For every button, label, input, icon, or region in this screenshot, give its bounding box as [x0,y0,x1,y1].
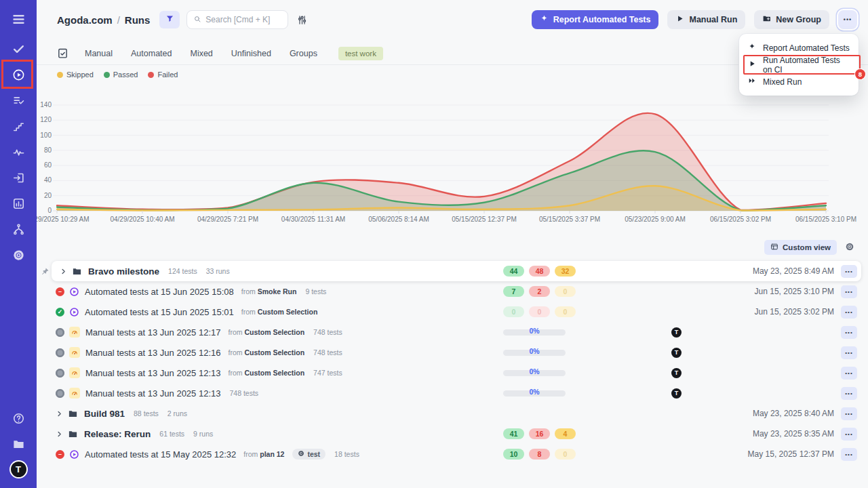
run-row[interactable]: –Automated tests at 15 May 2025 12:32fro… [39,444,861,464]
sidebar-item-projects[interactable] [9,434,28,453]
row-meta: 18 tests [334,450,359,458]
legend-dot [148,72,154,78]
row-date: May 23, 2025 8:35 AM [753,429,834,439]
sidebar-item-settings[interactable] [9,245,28,264]
chevron-right-icon[interactable] [56,410,63,418]
assignee-avatar[interactable]: T [671,368,682,378]
row-menu-button[interactable]: ••• [841,387,857,400]
run-row[interactable]: Manual tests at 13 Jun 2025 12:16from Cu… [39,342,861,363]
sidebar-item-branches[interactable] [9,220,28,239]
table-toolbar: Custom view [37,239,868,256]
report-automated-tests-button[interactable]: Report Automated Tests [532,10,659,29]
group-row[interactable]: Release: Rerun61 tests9 runs41164May 23,… [39,424,861,444]
row-menu-button[interactable]: ••• [841,448,857,461]
run-row[interactable]: Manual tests at 13 Jun 2025 12:17from Cu… [39,322,861,342]
menu-item-run-automated-tests-on-ci[interactable]: Run Automated Tests on CI8 [739,56,859,73]
group-row[interactable]: Build 98188 tests2 runsMay 23, 2025 8:40… [39,403,861,424]
sidebar-item-analytics[interactable] [9,194,28,213]
run-title[interactable]: Manual tests at 13 Jun 2025 12:16 [85,348,220,358]
sidebar-item-pulse[interactable] [9,142,28,161]
row-main: Bravo milestone124 tests33 runs [60,266,230,277]
tab-manual[interactable]: Manual [85,49,113,58]
row-menu-button[interactable]: ••• [841,265,857,278]
clipboard-check-icon[interactable] [57,47,68,59]
status-inprogress-icon [56,389,64,398]
row-menu-button[interactable]: ••• [841,346,857,359]
menu-item-label: Run Automated Tests on CI [763,56,850,75]
search-box[interactable] [186,10,288,29]
run-row[interactable]: Manual tests at 13 Jun 2025 12:13748 tes… [39,383,861,403]
tab-automated[interactable]: Automated [131,49,172,58]
sidebar-item-help[interactable] [9,409,28,428]
chevron-right-icon[interactable] [56,430,63,438]
sidebar-item-import[interactable] [9,168,28,187]
sidebar-item-runs[interactable] [9,65,28,84]
row-menu-button[interactable]: ••• [841,407,857,420]
play-circle-icon [12,68,25,81]
search-input[interactable] [205,15,281,24]
sidebar-item-milestones[interactable] [9,117,28,136]
app-logo[interactable]: T [9,460,28,479]
run-title[interactable]: Manual tests at 13 Jun 2025 12:13 [85,368,220,378]
result-count-badges: 444832 [503,266,576,277]
run-source: from plan 12 [243,450,284,458]
menu-item-report-automated-tests[interactable]: Report Automated Tests [739,39,859,56]
table-settings-button[interactable] [842,240,857,255]
menu-item-mixed-run[interactable]: Mixed Run [739,73,859,90]
run-tag[interactable]: test [292,449,326,460]
group-row[interactable]: Bravo milestone124 tests33 runs444832May… [39,261,861,281]
result-count-badges: 41164 [503,428,576,439]
manual-run-button[interactable]: Manual Run [667,10,745,29]
run-title[interactable]: Automated tests at 15 Jun 2025 15:08 [85,287,234,297]
run-row[interactable]: ✓Automated tests at 15 Jun 2025 15:01fro… [39,302,861,322]
tab-mixed[interactable]: Mixed [190,49,212,58]
assignee-avatar[interactable]: T [671,388,682,399]
run-title[interactable]: Manual tests at 13 Jun 2025 12:17 [85,327,220,338]
skipped-count-badge: 0 [555,286,576,297]
sidebar: T [0,0,37,488]
filter-tag-pill[interactable]: test work [338,47,383,60]
row-meta: 747 tests [313,369,342,377]
folder-plus-icon [762,14,771,25]
grid-view-icon [770,243,778,252]
legend-label: Failed [157,70,178,79]
custom-view-button[interactable]: Custom view [764,240,837,255]
new-group-button[interactable]: New Group [754,10,829,29]
run-row[interactable]: Manual tests at 13 Jun 2025 12:13from Cu… [39,363,861,383]
run-title[interactable]: Manual tests at 13 Jun 2025 12:13 [85,388,220,399]
row-menu-button[interactable]: ••• [841,428,857,441]
chevron-right-icon[interactable] [60,268,67,275]
sidebar-item-menu[interactable] [9,9,28,28]
header-overflow-button[interactable]: ••• [838,10,857,29]
legend-item-failed[interactable]: Failed [148,70,178,79]
legend-item-skipped[interactable]: Skipped [57,70,94,79]
sidebar-item-tests[interactable] [9,39,28,58]
group-title[interactable]: Bravo milestone [88,266,159,277]
tab-groups[interactable]: Groups [290,49,317,58]
row-main: ✓Automated tests at 15 Jun 2025 15:01fro… [56,307,317,317]
run-row[interactable]: –Automated tests at 15 Jun 2025 15:08fro… [39,281,861,302]
assignee-avatar[interactable]: T [671,327,682,338]
run-title[interactable]: Automated tests at 15 Jun 2025 15:01 [85,307,234,317]
filter-button[interactable] [159,11,180,28]
row-menu-button[interactable]: ••• [841,326,857,339]
row-menu-button[interactable]: ••• [841,306,857,319]
row-menu-button[interactable]: ••• [841,285,857,298]
group-title[interactable]: Release: Rerun [84,429,151,439]
legend-item-passed[interactable]: Passed [104,70,138,79]
breadcrumb-project[interactable]: Agoda.com [57,14,113,26]
automated-run-icon [69,287,79,297]
assignee-avatar[interactable]: T [671,348,682,358]
runs-trend-chart: 02040608010012014004/29/2025 10:29 AM04/… [37,84,868,228]
run-title[interactable]: Automated tests at 15 May 2025 12:32 [85,449,236,460]
tab-unfinished[interactable]: Unfinished [231,49,271,58]
failed-count-badge: 16 [529,428,550,439]
breadcrumb-separator: / [117,14,120,26]
row-menu-button[interactable]: ••• [841,367,857,380]
group-title[interactable]: Build 981 [84,409,125,419]
row-meta: 61 tests [159,430,184,438]
gear-icon [845,242,854,253]
sidebar-item-plans[interactable] [9,91,28,110]
svg-text:04/29/2025 10:29 AM: 04/29/2025 10:29 AM [37,216,90,223]
adjustments-icon[interactable] [296,14,308,26]
